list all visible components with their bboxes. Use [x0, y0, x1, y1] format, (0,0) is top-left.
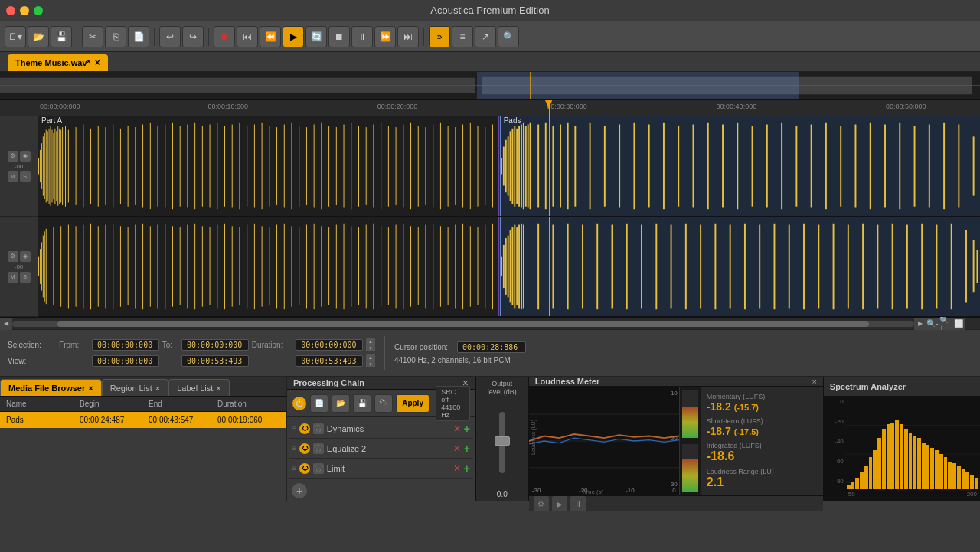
snap-button[interactable]: ↗: [475, 26, 496, 47]
undo-button[interactable]: ↩: [159, 26, 181, 47]
to-end-button[interactable]: ⏭: [397, 26, 419, 47]
effect-limit-name[interactable]: Limit: [327, 464, 450, 473]
selection-to-field[interactable]: 00:00:00:000: [181, 339, 249, 351]
track2-clip-pads[interactable]: [500, 217, 980, 316]
pause-button[interactable]: ⏸: [351, 26, 373, 47]
markers-button[interactable]: ≡: [452, 26, 473, 47]
tab-label-list[interactable]: Label List ×: [168, 379, 230, 396]
effect-remove-button[interactable]: ✕: [453, 423, 461, 434]
tab-close-icon[interactable]: ×: [95, 57, 100, 68]
lm-pause-button[interactable]: ⏸: [570, 496, 586, 511]
effect-eq-add[interactable]: +: [464, 443, 470, 455]
copy-button[interactable]: ⎘: [105, 26, 126, 47]
media-tab-close[interactable]: ×: [88, 384, 93, 393]
scrollbar-track[interactable]: [12, 321, 914, 327]
overview-waveform[interactable]: [0, 72, 980, 100]
effect-eq-drag[interactable]: ≡: [292, 444, 296, 452]
timeline-ruler[interactable]: 00:00:00:000 00:00:10:000 00:00:20:000 0…: [38, 100, 980, 116]
zoom-out-button[interactable]: 🔍-: [926, 318, 939, 330]
tab-media-file-browser[interactable]: Media File Browser ×: [0, 379, 102, 396]
view-from-field[interactable]: 00:00:00:000: [92, 355, 159, 367]
effect-limit-monitor[interactable]: 🎧: [313, 463, 324, 474]
h-scrollbar[interactable]: ◀ ▶ 🔍- 🔍+ ⬜: [0, 317, 980, 329]
track1-mute-icon[interactable]: M: [8, 171, 18, 182]
rewind-button[interactable]: ⏪: [260, 26, 281, 47]
to-start-button[interactable]: ⏮: [237, 26, 258, 47]
fader-thumb[interactable]: [495, 436, 510, 446]
label-tab-close[interactable]: ×: [216, 384, 220, 393]
effect-limit-power[interactable]: ⏻: [299, 463, 310, 474]
effect-eq-name[interactable]: Equalize 2: [327, 444, 450, 453]
redo-button[interactable]: ↪: [182, 26, 204, 47]
lm-close-button[interactable]: ×: [812, 377, 816, 386]
track2-mute-icon[interactable]: M: [8, 272, 18, 283]
new-button[interactable]: 🗒▾: [5, 26, 26, 47]
selection-from-field[interactable]: 00:00:00:000: [92, 339, 159, 351]
paste-button[interactable]: 📄: [128, 26, 149, 47]
save-button[interactable]: 💾: [51, 26, 72, 47]
view-to-field[interactable]: 00:00:53:493: [181, 355, 249, 367]
effect-dynamics-name[interactable]: Dynamics: [327, 424, 450, 433]
loop-region-button[interactable]: »: [429, 26, 450, 47]
selection-dur-field[interactable]: 00:00:00:000: [296, 339, 363, 351]
track2-solo-icon[interactable]: S: [20, 272, 31, 283]
pc-plugin-button[interactable]: 🔌: [374, 394, 393, 413]
effect-eq-monitor[interactable]: 🎧: [313, 443, 324, 454]
cursor-position-field[interactable]: 00:00:28:886: [457, 341, 526, 353]
zoom-in-button[interactable]: 🔍+: [939, 318, 952, 330]
loop-button[interactable]: 🔄: [305, 26, 327, 47]
play-button[interactable]: ▶: [283, 26, 304, 47]
track1-volume-icon[interactable]: ◈: [20, 151, 31, 162]
effect-power-button[interactable]: ⏻: [299, 423, 310, 434]
region-tab-close[interactable]: ×: [155, 384, 160, 393]
effect-limit-remove[interactable]: ✕: [453, 463, 461, 474]
effect-drag-handle[interactable]: ≡: [292, 424, 296, 433]
view-up-arrow[interactable]: ▲: [366, 354, 375, 361]
table-row[interactable]: Pads 00:00:24:487 00:00:43:547 00:00:19:…: [0, 412, 286, 428]
open-button[interactable]: 📂: [28, 26, 49, 47]
lm-play-button[interactable]: ▶: [552, 496, 567, 511]
effect-limit-drag[interactable]: ≡: [292, 464, 296, 472]
zoom-fit-button[interactable]: ⬜: [952, 318, 965, 330]
close-button[interactable]: [6, 6, 15, 15]
output-fader[interactable]: [499, 412, 505, 473]
track1-lane[interactable]: -1 -5 -11 -00 -11 -5 -1 Part A: [38, 116, 980, 217]
minimize-button[interactable]: [20, 6, 29, 15]
track1-clip-parta[interactable]: Part A: [38, 116, 500, 216]
scrollbar-thumb[interactable]: [57, 321, 869, 327]
track2-settings-icon[interactable]: ⚙: [8, 251, 18, 262]
track2-lane[interactable]: -1 -5 -11 -00 -11 -5 -1: [38, 217, 980, 317]
track1-clip-pads[interactable]: Pads: [500, 116, 980, 216]
pc-apply-button[interactable]: Apply: [396, 394, 430, 413]
pc-power-button[interactable]: ⏻: [292, 396, 307, 411]
effect-eq-remove[interactable]: ✕: [453, 443, 461, 454]
effect-monitor-button[interactable]: 🎧: [313, 423, 324, 434]
maximize-button[interactable]: [34, 6, 43, 15]
effect-eq-power[interactable]: ⏻: [299, 443, 310, 454]
svg-rect-243: [832, 224, 834, 309]
pc-new-button[interactable]: 📄: [310, 394, 328, 413]
track2-clip-parta[interactable]: [38, 217, 500, 316]
file-tab[interactable]: Theme Music.wav* ×: [8, 54, 108, 71]
stop-button[interactable]: ⏹: [328, 26, 350, 47]
effect-add-button[interactable]: +: [464, 423, 470, 435]
track1-solo-icon[interactable]: S: [20, 171, 31, 182]
ff-button[interactable]: ⏩: [374, 26, 396, 47]
track1-settings-icon[interactable]: ⚙: [8, 151, 18, 162]
scroll-right-button[interactable]: ▶: [914, 318, 926, 330]
cut-button[interactable]: ✂: [82, 26, 103, 47]
track2-volume-icon[interactable]: ◈: [20, 251, 31, 262]
zoom-button[interactable]: 🔍: [498, 26, 519, 47]
tab-region-list[interactable]: Region List ×: [102, 379, 168, 396]
pc-save-button[interactable]: 💾: [353, 394, 371, 413]
sel-up-arrow[interactable]: ▲: [366, 338, 375, 345]
pc-add-effect-button[interactable]: +: [292, 483, 307, 498]
view-dur-field[interactable]: 00:00:53:493: [296, 355, 363, 367]
lm-settings-button[interactable]: ⚙: [534, 496, 549, 511]
record-button[interactable]: ⏺: [214, 26, 235, 47]
pc-open-button[interactable]: 📂: [332, 394, 350, 413]
effect-limit-add[interactable]: +: [464, 462, 470, 475]
scroll-left-button[interactable]: ◀: [0, 318, 12, 330]
view-down-arrow[interactable]: ▼: [366, 361, 375, 367]
sel-down-arrow[interactable]: ▼: [366, 345, 375, 351]
